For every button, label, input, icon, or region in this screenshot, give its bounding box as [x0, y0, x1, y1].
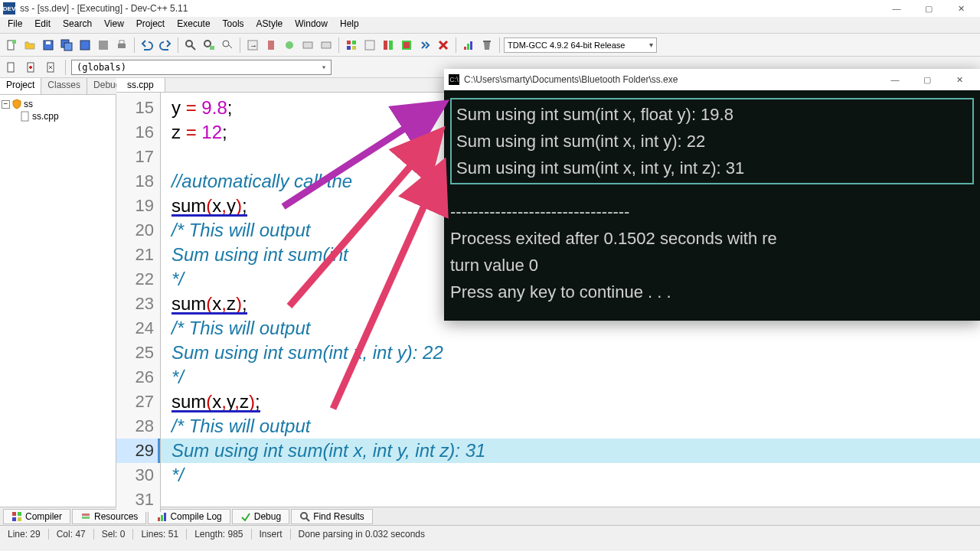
minimize-button[interactable]: —	[880, 0, 913, 17]
console-highlight-box: Sum using int sum(int x, float y): 19.8S…	[450, 98, 974, 184]
code-line-29[interactable]: Sum using int sum(int x, int y, int z): …	[161, 439, 980, 463]
console-maximize-button[interactable]: ▢	[911, 71, 943, 88]
svg-rect-40	[12, 517, 16, 521]
svg-rect-23	[347, 46, 351, 50]
svg-rect-31	[467, 44, 469, 50]
toolbar-main: → TDM-GCC 4.9.2 64-bit Release	[0, 34, 980, 57]
shield-icon	[11, 99, 22, 109]
svg-rect-7	[99, 41, 108, 50]
close-button[interactable]: ✕	[945, 0, 977, 17]
maximize-button[interactable]: ▢	[913, 0, 945, 17]
toggle-icon[interactable]	[281, 37, 298, 54]
code-line-25[interactable]: Sum using int sum(int x, int y): 22	[172, 341, 980, 365]
save-icon[interactable]	[40, 37, 57, 54]
svg-rect-39	[18, 512, 21, 516]
console-line: Sum using int sum(int x, int y, int z): …	[456, 155, 968, 181]
scope-insert-icon[interactable]	[23, 59, 40, 76]
collapse-icon[interactable]: −	[2, 100, 10, 109]
code-line-31[interactable]	[172, 487, 980, 512]
scope-combo[interactable]: (globals)	[71, 60, 332, 75]
stop-icon[interactable]	[435, 37, 452, 54]
menu-help[interactable]: Help	[334, 17, 365, 33]
scope-toggle-icon[interactable]	[43, 59, 60, 76]
svg-rect-21	[347, 41, 351, 44]
svg-rect-19	[303, 42, 312, 48]
console-title: C:\Users\smarty\Documents\Bluetooth Fold…	[464, 74, 678, 85]
app-icon: DEV	[3, 2, 15, 15]
menu-tools[interactable]: Tools	[217, 17, 250, 33]
svg-rect-13	[210, 46, 214, 50]
svg-rect-25	[365, 41, 374, 50]
redo-icon[interactable]	[157, 37, 174, 54]
svg-rect-41	[18, 517, 21, 521]
svg-rect-6	[80, 41, 90, 50]
status-msg: Done parsing in 0.032 seconds	[291, 529, 433, 540]
svg-rect-38	[12, 512, 16, 516]
find-icon[interactable]	[182, 37, 199, 54]
debug-icon[interactable]	[416, 37, 433, 54]
code-line-28[interactable]: /* This will output	[172, 414, 980, 439]
svg-rect-20	[322, 42, 331, 48]
new-file-icon[interactable]	[3, 37, 20, 54]
code-line-27[interactable]: sum(x,y,z);	[172, 390, 980, 414]
sidebar-tab-project[interactable]: Project	[0, 78, 41, 94]
svg-rect-9	[119, 41, 124, 44]
window-title: ss - [ss.dev] - [Executing] - Dev-C++ 5.…	[20, 3, 188, 14]
menu-edit[interactable]: Edit	[28, 17, 57, 33]
compiler-select[interactable]: TDM-GCC 4.9.2 64-bit Release	[504, 37, 657, 53]
project-tree[interactable]: − ss ss.cpp	[0, 95, 116, 126]
compile-run-icon[interactable]	[380, 37, 397, 54]
tree-file-label: ss.cpp	[32, 111, 59, 122]
undo-icon[interactable]	[139, 37, 155, 54]
svg-rect-24	[352, 46, 356, 50]
save-as-icon[interactable]	[77, 37, 93, 54]
console-close-button[interactable]: ✕	[943, 71, 975, 88]
console-output: Sum using int sum(int x, float y): 19.8S…	[444, 90, 980, 321]
tree-root-label: ss	[24, 99, 33, 109]
svg-rect-33	[483, 41, 491, 42]
rebuild-icon[interactable]	[398, 37, 415, 54]
window-titlebar: DEV ss - [ss.dev] - [Executing] - Dev-C+…	[0, 0, 980, 17]
console-line: Sum using int sum(int x, int y): 22	[456, 128, 968, 155]
svg-rect-34	[8, 63, 14, 72]
compile-icon[interactable]	[343, 37, 360, 54]
output-tab-compiler[interactable]: Compiler	[3, 509, 70, 524]
console-minimize-button[interactable]: —	[879, 71, 911, 88]
print-icon[interactable]	[113, 37, 130, 54]
svg-rect-27	[389, 41, 393, 50]
code-line-30[interactable]: */	[172, 463, 980, 487]
uncomment-icon[interactable]	[318, 37, 335, 54]
menu-view[interactable]: View	[98, 17, 130, 33]
menu-execute[interactable]: Execute	[171, 17, 216, 33]
bookmark-icon[interactable]	[263, 37, 279, 54]
tree-file[interactable]: ss.cpp	[20, 110, 114, 122]
status-sel: Sel: 0	[94, 529, 134, 540]
replace-icon[interactable]	[201, 37, 217, 54]
svg-rect-8	[118, 44, 126, 48]
menu-file[interactable]: File	[2, 17, 28, 33]
code-line-26[interactable]: */	[172, 365, 980, 390]
menu-search[interactable]: Search	[57, 17, 98, 33]
svg-point-18	[286, 41, 293, 49]
editor-tab-active[interactable]: ss.cpp	[116, 78, 165, 92]
status-line: Line: 29	[0, 529, 49, 540]
menu-project[interactable]: Project	[130, 17, 171, 33]
profile-icon[interactable]	[460, 37, 477, 54]
open-icon[interactable]	[21, 37, 38, 54]
menu-astyle[interactable]: AStyle	[250, 17, 289, 33]
svg-point-12	[204, 41, 211, 47]
sidebar-tab-classes[interactable]: Classes	[41, 78, 87, 94]
menu-window[interactable]: Window	[289, 17, 334, 33]
close-file-icon[interactable]	[95, 37, 112, 54]
console-titlebar[interactable]: C:\ C:\Users\smarty\Documents\Bluetooth …	[444, 69, 980, 90]
comment-icon[interactable]	[299, 37, 316, 54]
svg-point-10	[186, 41, 192, 47]
svg-rect-37	[21, 112, 28, 121]
save-all-icon[interactable]	[58, 37, 75, 54]
goto-icon[interactable]: →	[244, 37, 261, 54]
find-next-icon[interactable]	[219, 37, 236, 54]
tree-root[interactable]: − ss	[2, 98, 114, 110]
run-icon[interactable]	[361, 37, 378, 54]
trash-icon[interactable]	[479, 37, 495, 54]
scope-new-icon[interactable]	[3, 59, 20, 76]
